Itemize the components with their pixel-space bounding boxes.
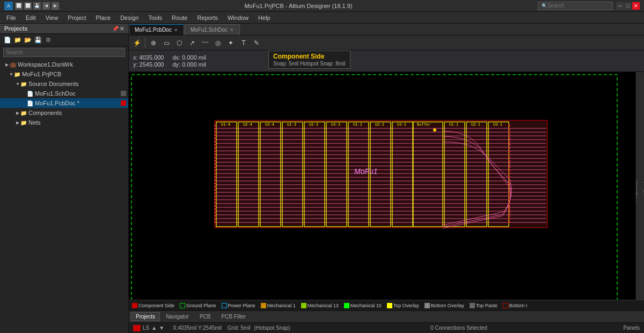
layer-mechanical-13[interactable]: Mechanical 13	[301, 303, 339, 308]
menu-help[interactable]: Help	[254, 13, 275, 22]
components-icon: 📁	[20, 110, 27, 116]
layer-mechanical-15[interactable]: Mechanical 15	[344, 303, 382, 308]
svg-text:U3-3: U3-3	[331, 122, 340, 127]
new-folder-button[interactable]: 📁	[13, 35, 22, 44]
menu-window[interactable]: Window	[223, 13, 253, 22]
menu-design[interactable]: Design	[116, 13, 143, 22]
sidebar-toolbar: 📄 📁 📂 💾 ⚙	[0, 34, 128, 46]
svg-text:MoFu1: MoFu1	[354, 167, 378, 176]
open-button[interactable]: 📂	[24, 35, 32, 44]
wire-button[interactable]: 〰	[199, 37, 211, 49]
tree-item-components[interactable]: ▶ 📁 Components	[0, 108, 128, 118]
svg-text:Buffer: Buffer	[417, 122, 430, 127]
source-docs-label: Source Documents	[28, 81, 79, 87]
arrow-icon: ▼	[15, 82, 20, 86]
svg-rect-76	[214, 186, 216, 187]
ls-down-arrow[interactable]: ▼	[159, 325, 164, 331]
svg-rect-59	[214, 131, 216, 133]
svg-rect-113	[508, 205, 510, 207]
svg-rect-117	[508, 218, 510, 220]
close-button[interactable]: ✕	[632, 2, 640, 10]
svg-rect-62	[214, 141, 216, 142]
tree-item-schdoc[interactable]: 📄 MoFu1.SchDoc	[0, 89, 128, 98]
tree-item-source-docs[interactable]: ▼ 📁 Source Documents	[0, 79, 128, 89]
libraries-handle[interactable]: Libraries	[642, 177, 645, 196]
sidebar-search-input[interactable]	[3, 48, 125, 57]
via-button[interactable]: ◎	[212, 37, 224, 49]
layer-bottom-i[interactable]: Bottom I	[503, 303, 528, 308]
tab-pcbdoc[interactable]: MoFu1.PcbDoc ✕	[129, 24, 184, 35]
menu-reports[interactable]: Reports	[193, 13, 222, 22]
panels-button[interactable]: Panels	[623, 325, 640, 331]
btab-pcb-filter[interactable]: PCB Filter	[217, 312, 251, 321]
route-button[interactable]: ↗	[186, 37, 198, 49]
svg-rect-72	[214, 173, 216, 175]
tree-item-pcbdoc[interactable]: 📄 MoFu1.PcbDoc *	[0, 98, 128, 108]
layer-component-side[interactable]: Component Side	[132, 303, 174, 308]
properties-handle[interactable]: Properties	[635, 180, 638, 202]
svg-rect-108	[508, 189, 510, 191]
sidebar-close-icon[interactable]: ✕	[120, 26, 124, 32]
layer-ground-plane[interactable]: Ground Plane	[180, 303, 216, 308]
layer-power-plane[interactable]: Power Plane	[222, 303, 255, 308]
tree-item-workspace[interactable]: ▶ 💼 Workspace1.DsnWrk	[0, 60, 128, 69]
window-title: MoFu1.PrjPCB - Altium Designer (18.1.9)	[59, 3, 538, 9]
nets-label: Nets	[28, 119, 41, 126]
coord-status: X:4035mil Y:2545mil Grid: 5mil (Hotspot …	[173, 325, 290, 331]
layer-bottom-overlay[interactable]: Bottom Overlay	[425, 303, 464, 308]
menu-tools[interactable]: Tools	[144, 13, 166, 22]
tree-item-project[interactable]: ▼ 📁 MoFu1.PrjPCB	[0, 69, 128, 79]
menu-project[interactable]: Project	[63, 13, 90, 22]
btab-projects[interactable]: Projects	[131, 312, 160, 321]
tab-pcbdoc-close[interactable]: ✕	[174, 27, 178, 33]
menu-edit[interactable]: Edit	[21, 13, 40, 22]
components-label: Components	[28, 110, 62, 116]
minimize-button[interactable]: ─	[616, 2, 624, 10]
layer-mechanical-1[interactable]: Mechanical 1	[261, 303, 296, 308]
pcbdoc-icon: 📄	[27, 100, 33, 106]
svg-rect-92	[508, 137, 510, 139]
search-box[interactable]: 🔍	[538, 2, 613, 10]
filter-button[interactable]: ⚡	[131, 37, 143, 49]
layer-info-overlay: Component Side Snap: 5mil Hotspot Snap: …	[268, 50, 350, 69]
status-bar: LS ▲ ▼ X:4035mil Y:2545mil Grid: 5mil (H…	[129, 322, 644, 333]
settings-button[interactable]: ⚙	[44, 35, 53, 44]
tab-schdoc[interactable]: MoFu1.SchDoc ✕	[185, 24, 240, 35]
right-panel-handle[interactable]: Libraries Properties	[635, 72, 644, 300]
new-file-button[interactable]: 📄	[3, 35, 12, 44]
menu-view[interactable]: View	[41, 13, 63, 22]
ls-up-arrow[interactable]: ▲	[151, 325, 157, 331]
add-button[interactable]: ⊕	[148, 37, 159, 49]
arrow-icon: ▶	[15, 111, 20, 115]
layer-mechanical-13-label: Mechanical 13	[308, 303, 339, 308]
tab-schdoc-close[interactable]: ✕	[230, 27, 234, 33]
layer-top-overlay[interactable]: Top Overlay	[387, 303, 419, 308]
search-input[interactable]	[547, 3, 606, 9]
svg-rect-110	[508, 196, 510, 197]
svg-rect-75	[214, 183, 216, 184]
menu-file[interactable]: File	[2, 13, 20, 22]
svg-text:U3-1: U3-1	[493, 122, 502, 127]
svg-rect-95	[508, 147, 510, 149]
menu-route[interactable]: Route	[167, 13, 192, 22]
tree-item-nets[interactable]: ▶ 📁 Nets	[0, 118, 128, 127]
poly-button[interactable]: ⬡	[173, 37, 185, 49]
layer-top-paste[interactable]: Top Paste	[470, 303, 497, 308]
svg-rect-102	[508, 170, 510, 171]
save-button[interactable]: 💾	[34, 35, 42, 44]
rect-button[interactable]: ▭	[160, 37, 172, 49]
svg-rect-96	[508, 150, 510, 152]
document-tabs: MoFu1.PcbDoc ✕ MoFu1.SchDoc ✕	[129, 24, 644, 35]
text-button[interactable]: T	[238, 37, 250, 49]
btab-pcb[interactable]: PCB	[195, 312, 216, 321]
pad-button[interactable]: ✦	[225, 37, 237, 49]
sidebar-pin-icon[interactable]: 📌	[112, 26, 119, 32]
menu-place[interactable]: Place	[92, 13, 115, 22]
maximize-button[interactable]: □	[624, 2, 632, 10]
svg-rect-100	[508, 163, 510, 165]
pcb-canvas[interactable]: U1-4 U2-4 U3-4 U1-3 U2-3 U3-3 U1-2 U2-2 …	[129, 72, 644, 300]
workspace-icon: 💼	[10, 62, 16, 68]
btab-navigator[interactable]: Navigator	[161, 312, 194, 321]
svg-rect-97	[508, 154, 510, 155]
measure-button[interactable]: ✎	[251, 37, 262, 49]
